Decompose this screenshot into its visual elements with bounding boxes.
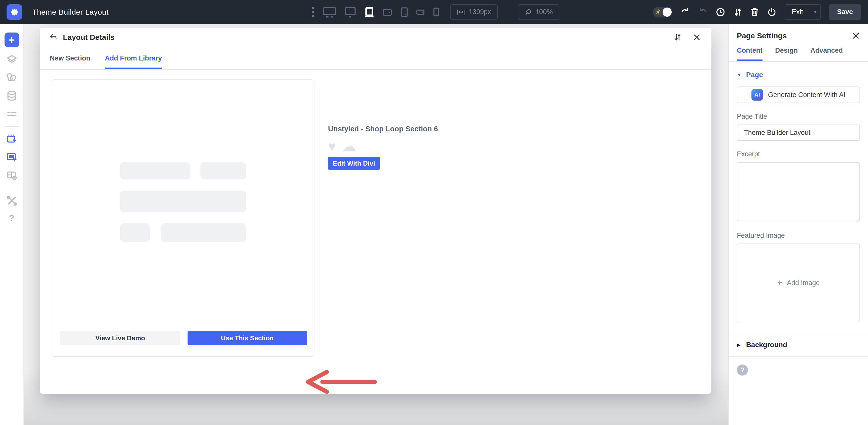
modal-content: View Live Demo Use This Section Unstyled… xyxy=(40,70,711,393)
exit-button[interactable]: Exit ▾ xyxy=(785,4,821,20)
sort-order-icon[interactable] xyxy=(674,33,682,41)
layout-preview-card: View Live Demo Use This Section xyxy=(52,79,314,357)
page-title-input[interactable] xyxy=(737,124,860,141)
featured-image-label: Featured Image xyxy=(737,232,860,239)
gear-icon xyxy=(10,7,19,17)
view-live-demo-button[interactable]: View Live Demo xyxy=(60,331,180,345)
layers-icon[interactable] xyxy=(6,54,18,65)
phone-landscape-icon[interactable] xyxy=(415,7,426,17)
layout-meta-icons: ♥ ☁ xyxy=(328,139,469,153)
canvas-width-control[interactable]: 1399px xyxy=(450,4,498,20)
tablet-portrait-icon[interactable] xyxy=(399,6,409,18)
sort-arrows-icon[interactable] xyxy=(733,7,742,17)
close-icon[interactable] xyxy=(693,33,701,41)
tools-icon[interactable] xyxy=(6,195,18,206)
undo-icon[interactable] xyxy=(680,8,690,17)
excerpt-label: Excerpt xyxy=(737,150,860,158)
background-section-label: Background xyxy=(746,341,787,349)
magnifier-icon xyxy=(524,8,532,16)
builder-sidebar: + ? xyxy=(0,24,24,425)
ai-badge-icon: AI xyxy=(751,89,763,101)
tab-advanced[interactable]: Advanced xyxy=(810,47,843,61)
power-icon[interactable] xyxy=(767,7,777,17)
excerpt-textarea[interactable] xyxy=(737,162,860,221)
skeleton-block xyxy=(120,223,150,242)
canvas-zoom-value: 100% xyxy=(535,8,553,16)
save-button[interactable]: Save xyxy=(829,4,861,20)
redo-icon[interactable] xyxy=(698,8,708,17)
toolbar-actions: ☀ Exit ▾ Save xyxy=(653,0,861,24)
wireframe-preview-icon[interactable] xyxy=(6,170,18,181)
layout-skeleton-preview xyxy=(120,162,246,242)
close-icon[interactable] xyxy=(852,32,860,40)
add-image-dropzone[interactable]: + Add Image xyxy=(737,244,860,322)
panel-header: Page Settings xyxy=(737,24,860,40)
skeleton-block xyxy=(161,223,246,242)
sidebar-divider xyxy=(5,126,19,127)
background-section-toggle[interactable]: ▶ Background xyxy=(737,333,860,357)
tab-add-from-library[interactable]: Add From Library xyxy=(105,47,162,69)
skeleton-block xyxy=(200,162,246,179)
settings-tab-bar: Content Design Advanced xyxy=(729,40,868,62)
cloud-icon[interactable]: ☁ xyxy=(342,139,356,153)
page-section-label: Page xyxy=(746,71,763,79)
page-section-toggle[interactable]: ▼ Page xyxy=(737,71,860,79)
design-presets-icon[interactable] xyxy=(6,72,18,83)
page-title-label: Page Title xyxy=(737,113,860,120)
layout-name: Unstyled - Shop Loop Section 6 xyxy=(328,125,469,133)
triangle-right-icon: ▶ xyxy=(737,342,741,348)
top-toolbar: Theme Builder Layout xyxy=(0,0,868,24)
edit-with-divi-button[interactable]: Edit With Divi xyxy=(328,157,380,170)
desktop-wide-icon[interactable] xyxy=(322,6,337,18)
database-icon[interactable] xyxy=(6,90,18,102)
skeleton-block xyxy=(120,191,246,212)
device-preview-switcher xyxy=(322,6,440,18)
panel-divider xyxy=(729,357,868,357)
exit-label: Exit xyxy=(785,8,810,16)
list-options-icon[interactable] xyxy=(6,108,18,120)
phone-portrait-icon[interactable] xyxy=(432,6,440,18)
tab-new-section[interactable]: New Section xyxy=(50,47,90,69)
favorite-heart-icon[interactable]: ♥ xyxy=(328,139,336,153)
modal-tab-bar: New Section Add From Library xyxy=(40,47,711,70)
back-arrow-icon[interactable] xyxy=(49,33,57,41)
responsive-toolbar: 1399px 100% xyxy=(312,0,559,24)
tab-design[interactable]: Design xyxy=(775,47,798,61)
canvas-width-value: 1399px xyxy=(469,8,491,16)
ai-button-label: Generate Content With AI xyxy=(768,91,846,99)
width-arrows-icon xyxy=(457,8,465,16)
card-action-row: View Live Demo Use This Section xyxy=(60,331,307,345)
generate-content-ai-button[interactable]: AI Generate Content With AI xyxy=(737,86,860,103)
plus-icon: + xyxy=(777,278,782,287)
modal-title: Layout Details xyxy=(63,33,115,41)
layout-details-modal: Layout Details New Section Add From Libr… xyxy=(40,28,711,394)
wireframe-click-icon[interactable] xyxy=(6,133,18,145)
help-icon[interactable]: ? xyxy=(9,213,14,223)
annotation-arrow xyxy=(302,369,378,395)
builder-settings-button[interactable] xyxy=(6,4,22,20)
chevron-down-icon[interactable]: ▾ xyxy=(810,5,820,20)
tablet-landscape-icon[interactable] xyxy=(382,7,393,18)
tab-content[interactable]: Content xyxy=(737,47,763,61)
light-dark-toggle[interactable]: ☀ xyxy=(653,7,673,18)
history-clock-icon[interactable] xyxy=(716,7,725,17)
panel-help-icon[interactable]: ? xyxy=(737,365,748,376)
desktop-icon[interactable] xyxy=(343,6,357,18)
laptop-icon[interactable] xyxy=(364,6,375,18)
page-title: Theme Builder Layout xyxy=(32,8,109,17)
kebab-menu-icon[interactable] xyxy=(312,6,315,18)
canvas-zoom-control[interactable]: 100% xyxy=(518,4,559,20)
add-new-button[interactable]: + xyxy=(4,32,19,47)
triangle-down-icon: ▼ xyxy=(737,72,742,78)
layout-meta: Unstyled - Shop Loop Section 6 ♥ ☁ Edit … xyxy=(328,125,469,170)
toggle-knob xyxy=(662,7,672,17)
panel-title: Page Settings xyxy=(737,31,787,40)
add-image-label: Add Image xyxy=(787,279,820,287)
wireframe-click-alt-icon[interactable] xyxy=(6,151,18,163)
sidebar-divider xyxy=(5,188,19,188)
use-this-section-button[interactable]: Use This Section xyxy=(188,331,307,345)
trash-icon[interactable] xyxy=(750,7,759,17)
skeleton-block xyxy=(120,162,190,179)
page-settings-panel: Page Settings Content Design Advanced ▼ … xyxy=(728,24,868,425)
sun-icon: ☀ xyxy=(655,8,661,16)
